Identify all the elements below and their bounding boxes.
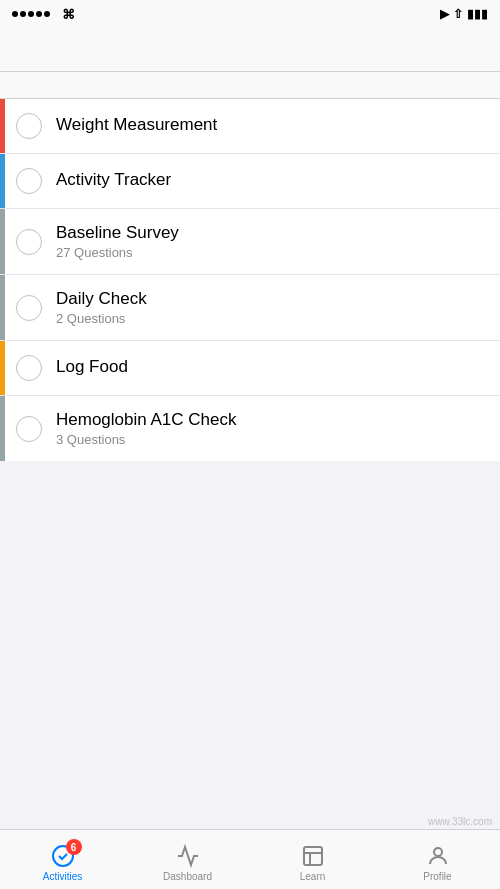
tab-label: Learn (300, 871, 326, 882)
item-title: Baseline Survey (56, 223, 484, 243)
activity-item[interactable]: Activity Tracker (0, 154, 500, 209)
color-stripe (0, 275, 5, 340)
activity-list: Weight MeasurementActivity TrackerBaseli… (0, 99, 500, 461)
item-content: Activity Tracker (56, 170, 484, 192)
item-title: Log Food (56, 357, 484, 377)
item-content: Daily Check2 Questions (56, 289, 484, 326)
radio-circle[interactable] (16, 355, 42, 381)
status-right: ▶ ⇧ ▮▮▮ (440, 7, 488, 21)
nav-bar (0, 28, 500, 72)
activity-item[interactable]: Hemoglobin A1C Check3 Questions (0, 396, 500, 461)
item-subtitle: 27 Questions (56, 245, 484, 260)
tab-profile[interactable]: Profile (375, 837, 500, 882)
tab-dashboard[interactable]: Dashboard (125, 837, 250, 882)
color-stripe (0, 396, 5, 461)
date-header (0, 72, 500, 99)
activity-item[interactable]: Log Food (0, 341, 500, 396)
item-title: Hemoglobin A1C Check (56, 410, 484, 430)
wifi-icon: ⌘ (62, 7, 75, 22)
item-content: Weight Measurement (56, 115, 484, 137)
tab-label: Activities (43, 871, 82, 882)
status-bar: ⌘ ▶ ⇧ ▮▮▮ (0, 0, 500, 28)
radio-circle[interactable] (16, 168, 42, 194)
activities-icon: 6 (50, 843, 76, 869)
location-icon: ▶ (440, 7, 449, 21)
color-stripe (0, 341, 5, 395)
color-stripe (0, 209, 5, 274)
item-content: Hemoglobin A1C Check3 Questions (56, 410, 484, 447)
learn-icon (300, 843, 326, 869)
color-stripe (0, 154, 5, 208)
signal-icon: ⇧ (453, 7, 463, 21)
svg-point-4 (434, 848, 442, 856)
item-content: Baseline Survey27 Questions (56, 223, 484, 260)
radio-circle[interactable] (16, 416, 42, 442)
tab-label: Dashboard (163, 871, 212, 882)
item-title: Weight Measurement (56, 115, 484, 135)
item-title: Daily Check (56, 289, 484, 309)
activity-item[interactable]: Weight Measurement (0, 99, 500, 154)
tab-activities[interactable]: 6Activities (0, 837, 125, 882)
battery-icon: ▮▮▮ (467, 7, 488, 21)
item-subtitle: 3 Questions (56, 432, 484, 447)
item-content: Log Food (56, 357, 484, 379)
tab-learn[interactable]: Learn (250, 837, 375, 882)
dashboard-icon (175, 843, 201, 869)
color-stripe (0, 99, 5, 153)
radio-circle[interactable] (16, 295, 42, 321)
item-title: Activity Tracker (56, 170, 484, 190)
activity-item[interactable]: Daily Check2 Questions (0, 275, 500, 341)
tab-label: Profile (423, 871, 451, 882)
radio-circle[interactable] (16, 113, 42, 139)
tab-badge: 6 (66, 839, 82, 855)
radio-circle[interactable] (16, 229, 42, 255)
signal-strength (12, 11, 50, 17)
empty-area (0, 461, 500, 661)
svg-rect-1 (304, 847, 322, 865)
item-subtitle: 2 Questions (56, 311, 484, 326)
watermark: www.33lc.com (428, 816, 492, 827)
activity-item[interactable]: Baseline Survey27 Questions (0, 209, 500, 275)
status-left: ⌘ (12, 7, 75, 22)
profile-icon (425, 843, 451, 869)
tab-bar: 6ActivitiesDashboardLearnProfile (0, 829, 500, 889)
